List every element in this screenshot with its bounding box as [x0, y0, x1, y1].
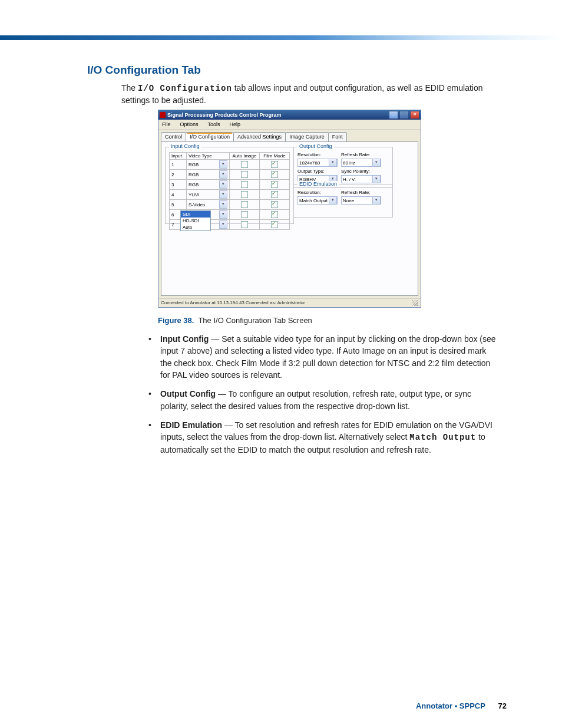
chevron-down-icon: ▾ [219, 190, 227, 199]
auto-image-checkbox[interactable] [241, 201, 248, 208]
video-type-dropdown-list[interactable]: SDI HD-SDI Auto [180, 210, 211, 231]
window-title-text: Signal Processing Products Control Progr… [167, 112, 282, 118]
figure-number: Figure 38. [158, 316, 194, 325]
menu-help[interactable]: Help [229, 121, 242, 128]
chevron-down-icon: ▾ [372, 159, 381, 167]
chevron-down-icon: ▾ [219, 200, 227, 209]
group-edid-emulation: EDID Emulation Resolution: Match Output▾… [293, 185, 393, 218]
lbl-output-type: Output Type: [297, 169, 338, 174]
auto-image-checkbox[interactable] [241, 181, 248, 188]
auto-image-checkbox[interactable] [241, 211, 248, 218]
bullet-list: Input Config — Set a suitable video type… [146, 333, 500, 456]
edid-refresh-dropdown[interactable]: None▾ [341, 196, 381, 205]
group-label-output: Output Config [297, 143, 334, 149]
tab-panel: Input Config Input Video Type Auto Image… [161, 141, 418, 296]
video-type-dropdown[interactable]: RGB▾ [189, 180, 227, 189]
col-film-mode: Film Mode [260, 153, 290, 160]
window-titlebar[interactable]: Signal Processing Products Control Progr… [158, 110, 421, 120]
footer-title: Annotator • SPPCP [416, 701, 485, 710]
figure-title: The I/O Configuration Tab Screen [198, 316, 312, 325]
section-heading: I/O Configuration Tab [87, 64, 500, 77]
video-type-dropdown[interactable]: YUVi▾ [189, 190, 227, 199]
menu-bar: File Options Tools Help [158, 120, 421, 130]
group-label-input: Input Config [169, 143, 201, 149]
col-auto-image: Auto Image [230, 153, 260, 160]
intro-pre: The [121, 83, 138, 93]
option-sdi[interactable]: SDI [181, 211, 210, 218]
tab-control[interactable]: Control [161, 132, 186, 141]
status-text: Connected to Annotator at 10.13.194.43 C… [161, 300, 305, 306]
film-mode-checkbox[interactable] [271, 201, 278, 208]
group-label-edid: EDID Emulation [297, 181, 339, 187]
chevron-down-icon: ▾ [329, 159, 337, 167]
chevron-down-icon: ▾ [219, 180, 227, 189]
tab-advanced-settings[interactable]: Advanced Settings [233, 132, 286, 141]
edid-resolution-dropdown[interactable]: Match Output▾ [297, 196, 338, 205]
window-close-button[interactable]: × [410, 111, 419, 119]
lbl-edid-resolution: Resolution: [297, 190, 338, 195]
input-row-3: 3 RGB▾ [170, 180, 290, 190]
chevron-down-icon: ▾ [372, 175, 381, 183]
row-num: 1 [170, 160, 187, 170]
footer-page: 72 [498, 701, 507, 710]
tab-io-configuration[interactable]: I/O Configuration [186, 132, 234, 141]
chevron-down-icon: ▾ [329, 196, 337, 205]
col-input: Input [170, 153, 187, 160]
col-video-type: Video Type [187, 153, 230, 160]
film-mode-checkbox[interactable] [271, 221, 278, 228]
film-mode-checkbox[interactable] [271, 211, 278, 218]
figure-caption: Figure 38. The I/O Configuration Tab Scr… [158, 316, 500, 325]
bullet-edid-emulation: EDID Emulation — To set resolution and r… [146, 419, 500, 456]
video-type-dropdown[interactable]: RGB▾ [189, 160, 227, 169]
lbl-resolution: Resolution: [297, 152, 338, 157]
intro-mono: I/O Configuration [138, 84, 232, 93]
window-restore-button: ☐ [399, 111, 409, 119]
app-window: Signal Processing Products Control Progr… [158, 110, 421, 308]
status-bar: Connected to Annotator at 10.13.194.43 C… [158, 298, 421, 307]
menu-tools[interactable]: Tools [207, 121, 222, 128]
video-type-dropdown[interactable]: S-Video▾ [189, 200, 227, 209]
video-type-dropdown[interactable]: RGB▾ [189, 170, 227, 179]
window-minimize-button[interactable]: _ [389, 111, 398, 119]
tab-bar: Control I/O Configuration Advanced Setti… [158, 130, 421, 141]
tab-font[interactable]: Font [328, 132, 347, 141]
chevron-down-icon: ▾ [219, 170, 227, 179]
film-mode-checkbox[interactable] [271, 181, 278, 188]
chevron-down-icon: ▾ [372, 196, 381, 205]
bullet-output-config: Output Config — To configure an output r… [146, 388, 500, 412]
input-row-5: 5 S-Video▾ [170, 200, 290, 210]
auto-image-checkbox[interactable] [241, 161, 248, 168]
chevron-down-icon: ▾ [219, 210, 227, 219]
intro-paragraph: The I/O Configuration tab allows input a… [121, 83, 500, 106]
group-input-config: Input Config Input Video Type Auto Image… [165, 147, 294, 224]
chevron-down-icon: ▾ [219, 220, 227, 229]
refresh-dropdown[interactable]: 60 Hz▾ [341, 159, 381, 167]
window-title: Signal Processing Products Control Progr… [160, 112, 282, 118]
app-logo-icon [160, 112, 166, 118]
film-mode-checkbox[interactable] [271, 171, 278, 178]
film-mode-checkbox[interactable] [271, 161, 278, 168]
bullet-input-config: Input Config — Set a suitable video type… [146, 333, 500, 381]
resolution-dropdown[interactable]: 1024x768▾ [297, 159, 338, 167]
menu-file[interactable]: File [161, 121, 172, 128]
input-row-1: 1 RGB▾ [170, 160, 290, 170]
lbl-refresh: Refresh Rate: [341, 152, 381, 157]
sync-polarity-dropdown[interactable]: H- / V-▾ [341, 175, 381, 183]
auto-image-checkbox[interactable] [241, 171, 248, 178]
resize-grip-icon[interactable] [412, 300, 418, 306]
lbl-sync-polarity: Sync Polarity: [341, 169, 381, 174]
auto-image-checkbox[interactable] [241, 221, 248, 228]
option-hd-sdi[interactable]: HD-SDI [181, 218, 210, 224]
auto-image-checkbox[interactable] [241, 191, 248, 198]
page-top-band [0, 35, 562, 40]
input-row-4: 4 YUVi▾ [170, 190, 290, 200]
chevron-down-icon: ▾ [219, 160, 227, 169]
option-auto[interactable]: Auto [181, 224, 210, 230]
tab-image-capture[interactable]: Image Capture [285, 132, 329, 141]
page-footer: Annotator • SPPCP 72 [416, 701, 507, 710]
lbl-edid-refresh: Refresh Rate: [341, 190, 381, 195]
menu-options[interactable]: Options [179, 121, 200, 128]
input-row-2: 2 RGB▾ [170, 170, 290, 180]
film-mode-checkbox[interactable] [271, 191, 278, 198]
